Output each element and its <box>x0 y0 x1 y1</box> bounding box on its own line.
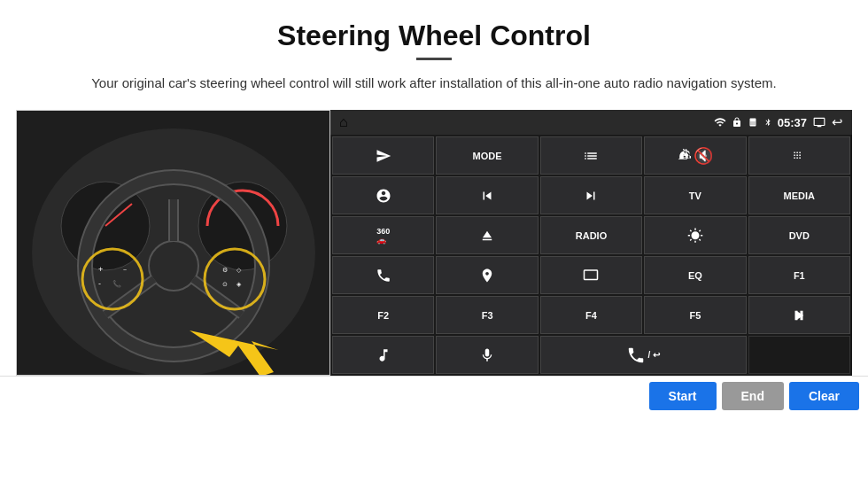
page-title: Steering Wheel Control <box>0 0 868 58</box>
clear-button[interactable]: Clear <box>789 382 859 410</box>
start-button[interactable]: Start <box>649 382 717 410</box>
btn-f3[interactable]: F3 <box>436 296 538 334</box>
back-icon[interactable]: ↩ <box>832 114 843 130</box>
svg-text:-: - <box>98 279 101 288</box>
screen-cast-icon <box>812 116 826 128</box>
btn-mic[interactable] <box>436 336 538 374</box>
title-divider <box>416 58 452 60</box>
lock-icon <box>732 116 742 128</box>
btn-eq[interactable]: EQ <box>644 256 746 294</box>
btn-brightness[interactable] <box>644 216 746 254</box>
btn-dvd[interactable]: DVD <box>748 216 850 254</box>
btn-radio[interactable]: RADIO <box>540 216 642 254</box>
sim-icon <box>748 116 758 128</box>
subtitle: Your original car's steering wheel contr… <box>0 73 868 94</box>
content-row: + - 📞 ~ ⚙ ◇ ⊙ ◈ ⌂ <box>0 110 868 376</box>
btn-next[interactable] <box>540 176 642 214</box>
btn-f4[interactable]: F4 <box>540 296 642 334</box>
btn-music[interactable] <box>332 336 434 374</box>
action-bar: Start End Clear <box>0 376 868 416</box>
svg-text:⚙: ⚙ <box>222 267 228 273</box>
svg-text:+: + <box>98 265 103 274</box>
svg-text:~: ~ <box>123 267 127 273</box>
btn-screen-layout[interactable] <box>540 256 642 294</box>
steering-wheel-image: + - 📞 ~ ⚙ ◇ ⊙ ◈ <box>16 110 330 376</box>
btn-f5[interactable]: F5 <box>644 296 746 334</box>
btn-play-pause[interactable] <box>748 296 850 334</box>
btn-eject[interactable] <box>436 216 538 254</box>
btn-f2[interactable]: F2 <box>332 296 434 334</box>
btn-tv[interactable]: TV <box>644 176 746 214</box>
button-grid: MODE 🔇 TV MEDIA 360 <box>330 135 852 376</box>
btn-call-end[interactable]: / ↩ <box>540 336 747 374</box>
svg-text:📞: 📞 <box>112 279 121 288</box>
btn-mute[interactable]: 🔇 <box>644 136 746 175</box>
btn-empty-r6c5 <box>748 336 850 374</box>
end-button[interactable]: End <box>722 382 784 410</box>
btn-navigate[interactable] <box>332 136 434 175</box>
btn-settings[interactable] <box>332 176 434 214</box>
home-icon[interactable]: ⌂ <box>339 114 348 130</box>
svg-point-3 <box>198 182 287 270</box>
btn-360[interactable]: 360🚗 <box>332 216 434 254</box>
btn-list[interactable] <box>540 136 642 175</box>
btn-apps[interactable] <box>748 136 850 175</box>
btn-prev[interactable] <box>436 176 538 214</box>
wifi-icon <box>714 116 726 128</box>
btn-f1[interactable]: F1 <box>748 256 850 294</box>
btn-phone[interactable] <box>332 256 434 294</box>
status-bar: ⌂ 05:37 ↩ <box>330 110 852 135</box>
bluetooth-icon <box>763 116 772 128</box>
btn-mode[interactable]: MODE <box>436 136 538 175</box>
btn-nav[interactable] <box>436 256 538 294</box>
radio-panel: ⌂ 05:37 ↩ MODE <box>330 110 852 376</box>
status-time: 05:37 <box>778 116 807 129</box>
btn-media[interactable]: MEDIA <box>748 176 850 214</box>
svg-text:⊙: ⊙ <box>222 281 228 287</box>
